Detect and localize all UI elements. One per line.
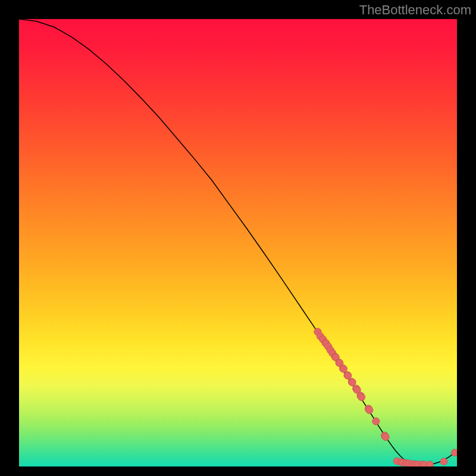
scatter-point [382,433,389,440]
scatter-point [426,461,433,466]
scatter-point [451,449,457,456]
plot-area [19,19,457,466]
scatter-point [440,458,447,465]
scatter-point [358,393,365,400]
scatter-point [340,365,347,372]
figure: TheBottleneck.com [0,0,476,476]
watermark-text: TheBottleneck.com [359,2,471,18]
scatter-point [349,378,356,386]
scatter-point [372,418,380,425]
scatter-point [345,372,352,379]
main-curve [19,19,457,465]
scatter-points [314,328,457,466]
chart-svg [19,19,457,466]
scatter-point [366,406,373,414]
